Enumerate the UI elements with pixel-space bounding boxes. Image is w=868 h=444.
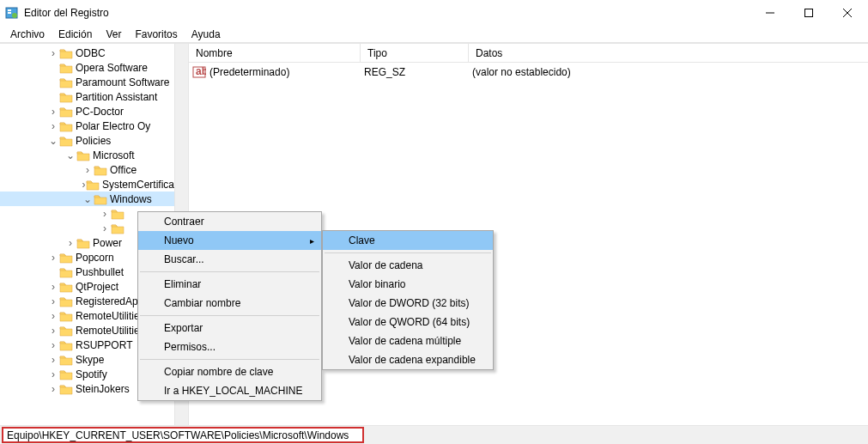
value-row[interactable]: ab(Predeterminado)REG_SZ(valor no establ… [189,63,868,78]
menu-item[interactable]: Valor de cadena [323,256,493,275]
tree-item-label: Popcorn [76,252,114,264]
menu-ayuda[interactable]: Ayuda [185,27,228,42]
chevron-right-icon[interactable]: › [47,339,59,351]
folder-icon [76,237,90,249]
context-submenu-nuevo[interactable]: ClaveValor de cadenaValor binarioValor d… [322,230,494,370]
app-icon [5,6,19,20]
close-button[interactable] [828,1,866,25]
value-header: Nombre Tipo Datos [189,44,868,63]
menu-archivo[interactable]: Archivo [3,27,52,42]
chevron-right-icon[interactable]: › [47,383,59,395]
folder-icon [59,383,73,395]
tree-item[interactable]: ›PC-Doctor [0,104,188,119]
folder-icon [59,76,73,88]
folder-icon [86,179,100,191]
folder-icon [59,106,73,118]
tree-item[interactable]: ›ODBC [0,46,188,60]
context-menu[interactable]: ContraerNuevo▸Buscar...EliminarCambiar n… [137,211,322,401]
menu-item[interactable]: Eliminar [138,275,321,294]
chevron-right-icon[interactable]: › [47,325,59,337]
menu-ver[interactable]: Ver [99,27,128,42]
menu-favoritos[interactable]: Favoritos [128,27,184,42]
tree-item-label: RemoteUtilities [76,310,145,322]
svg-rect-5 [804,9,812,17]
tree-item[interactable]: Partition Assistant [0,89,188,104]
maximize-button[interactable] [789,1,828,25]
menu-item[interactable]: Valor de DWORD (32 bits) [323,294,493,313]
menu-item[interactable]: Valor de QWORD (64 bits) [323,313,493,331]
menu-separator [140,271,319,272]
folder-icon [59,339,73,351]
tree-item-label: Pushbullet [76,266,124,278]
tree-item[interactable]: ›Polar Electro Oy [0,119,188,133]
tree-item[interactable]: ›Office [0,162,188,177]
tree-item-label: RemoteUtilities [76,325,145,337]
folder-icon [94,164,107,176]
chevron-right-icon[interactable]: › [47,281,59,293]
menu-item[interactable]: Nuevo▸ [138,231,321,250]
chevron-right-icon[interactable]: › [47,106,59,118]
chevron-down-icon[interactable]: ⌄ [82,193,94,205]
menu-item[interactable]: Valor binario [323,275,493,294]
tree-item[interactable]: ›SystemCertificates [0,177,188,192]
tree-item[interactable]: ⌄Policies [0,133,188,148]
chevron-right-icon[interactable]: › [47,120,59,132]
chevron-right-icon[interactable]: › [47,368,59,380]
menu-item[interactable]: Contraer [138,212,321,231]
tree-item-label: Skype [76,354,104,366]
folder-icon [59,266,73,278]
chevron-right-icon[interactable]: › [64,237,76,249]
tree-item-label: Microsoft [93,149,135,161]
col-name[interactable]: Nombre [189,44,361,62]
menu-item[interactable]: Copiar nombre de clave [138,362,321,381]
menu-item[interactable]: Buscar... [138,250,321,269]
chevron-right-icon[interactable]: › [47,310,59,322]
chevron-right-icon[interactable]: › [47,47,59,59]
col-data[interactable]: Datos [469,44,868,62]
folder-icon [59,295,73,307]
tree-item-label: Opera Software [76,62,148,74]
tree-item-label: RSUPPORT [76,339,132,351]
folder-icon [59,325,73,337]
tree-item[interactable]: Paramount Software [0,75,188,89]
chevron-right-icon[interactable]: › [47,295,59,307]
window-title: Editor del Registro [24,7,750,19]
tree-item-label: Power [93,237,122,249]
menu-item[interactable]: Valor de cadena múltiple [323,331,493,350]
menu-separator [140,315,319,316]
chevron-down-icon[interactable]: ⌄ [47,135,59,147]
folder-icon [59,252,73,264]
svg-point-3 [12,13,17,18]
chevron-right-icon[interactable]: › [47,252,59,264]
menu-item[interactable]: Exportar [138,319,321,338]
menu-item[interactable]: Valor de cadena expandible [323,350,493,369]
folder-icon [76,149,90,161]
tree-item[interactable]: ⌄Microsoft [0,148,188,162]
submenu-arrow-icon: ▸ [310,236,314,246]
menu-item[interactable]: Clave [323,231,493,250]
menu-edicion[interactable]: Edición [52,27,99,42]
menu-item[interactable]: Ir a HKEY_LOCAL_MACHINE [138,381,321,400]
tree-item-label: Windows [110,193,152,205]
chevron-down-icon[interactable]: ⌄ [64,149,76,161]
tree-item-label: Paramount Software [76,76,169,88]
chevron-right-icon[interactable]: › [99,222,111,234]
chevron-right-icon[interactable]: › [47,354,59,366]
menu-item[interactable]: Cambiar nombre [138,294,321,313]
tree-item[interactable]: Opera Software [0,60,188,75]
chevron-right-icon[interactable]: › [99,208,111,220]
folder-icon [59,354,73,366]
minimize-button[interactable] [750,1,789,25]
menu-item[interactable]: Permisos... [138,338,321,356]
folder-icon [59,368,73,380]
svg-rect-1 [8,9,11,11]
folder-icon [59,91,73,103]
tree-item[interactable]: ⌄Windows [0,192,188,206]
folder-icon [59,281,73,293]
value-data: (valor no establecido) [472,66,868,78]
address-path[interactable]: Equipo\HKEY_CURRENT_USER\SOFTWARE\Polici… [2,427,364,443]
statusbar: Equipo\HKEY_CURRENT_USER\SOFTWARE\Polici… [0,425,868,444]
chevron-right-icon[interactable]: › [82,164,94,176]
col-type[interactable]: Tipo [361,44,469,62]
value-type: REG_SZ [364,66,472,78]
